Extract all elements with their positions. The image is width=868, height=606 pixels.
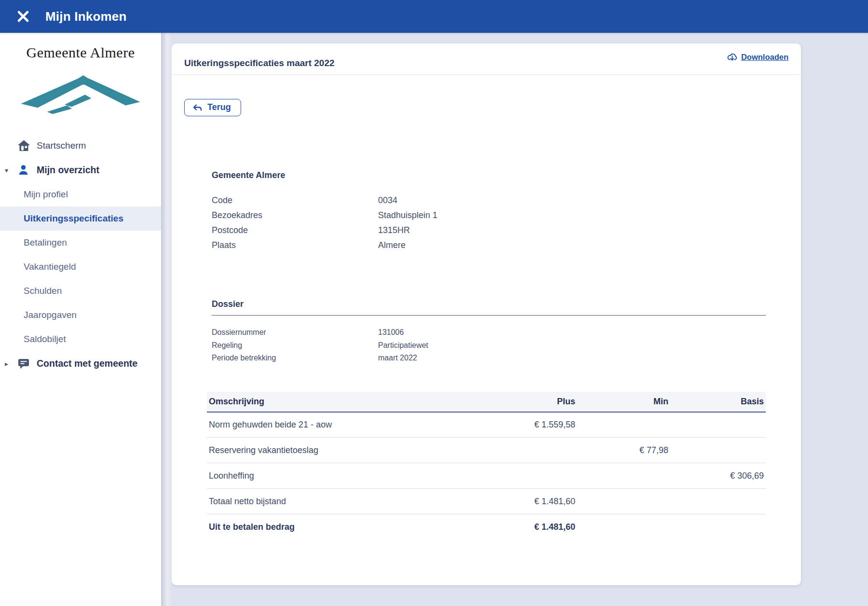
sidebar-item-schulden[interactable]: Schulden — [0, 279, 161, 303]
sidebar-item-jaaropgaven[interactable]: Jaaropgaven — [0, 303, 161, 327]
sidebar-item-mijn-profiel[interactable]: Mijn profiel — [0, 182, 161, 207]
person-icon — [17, 164, 37, 176]
detail-row: Dossiernummer 131006 — [212, 326, 766, 339]
back-arrow-icon — [192, 103, 203, 112]
row-label: Reservering vakantietoeslag — [207, 438, 483, 463]
row-plus: € 1.481,60 — [483, 489, 577, 514]
page-title: Uitkeringsspecificaties maart 2022 — [184, 58, 335, 69]
download-link[interactable]: Downloaden — [727, 52, 788, 62]
back-button-label: Terug — [207, 102, 231, 112]
detail-row: Regeling Participatiewet — [212, 339, 766, 352]
row-label: Norm gehuwden beide 21 - aow — [207, 412, 483, 438]
row-basis — [670, 412, 766, 438]
table-row: Loonheffing € 306,69 — [207, 463, 766, 489]
home-icon — [17, 139, 37, 152]
table-row-total: Uit te betalen bedrag € 1.481,60 — [207, 514, 766, 540]
detail-value: Stadhuisplein 1 — [378, 208, 437, 223]
specification-report: Gemeente Almere Code 0034 Bezoekadres St… — [184, 170, 788, 540]
topbar: Mijn Inkomen — [0, 0, 868, 33]
main-area: Uitkeringsspecificaties maart 2022 Downl… — [172, 33, 868, 606]
detail-label: Dossiernummer — [212, 326, 378, 339]
row-plus: € 1.559,58 — [483, 412, 577, 438]
detail-row: Bezoekadres Stadhuisplein 1 — [212, 208, 766, 223]
detail-label: Plaats — [212, 238, 378, 253]
sidebar-item-vakantiegeld[interactable]: Vakantiegeld — [0, 255, 161, 279]
sidebar-item-startscherm[interactable]: Startscherm — [0, 133, 161, 158]
row-min — [577, 514, 670, 540]
sidebar-item-betalingen[interactable]: Betalingen — [0, 231, 161, 255]
sidebar-item-label: Startscherm — [37, 140, 86, 151]
detail-value: 131006 — [378, 326, 404, 339]
detail-label: Bezoekadres — [212, 208, 378, 223]
sidebar-item-mijn-overzicht[interactable]: ▾ Mijn overzicht — [0, 158, 161, 182]
row-basis — [670, 438, 766, 463]
detail-row: Plaats Almere — [212, 238, 766, 253]
sidebar-nav: Startscherm ▾ Mijn overzicht Mijn profie… — [0, 133, 161, 376]
detail-label: Code — [212, 193, 378, 208]
row-min — [577, 463, 670, 489]
chat-icon — [17, 358, 37, 370]
detail-label: Postcode — [212, 223, 378, 238]
sidebar-item-label: Uitkeringsspecificaties — [24, 213, 123, 224]
chevron-right-icon[interactable]: ▸ — [5, 360, 17, 368]
detail-value: 0034 — [378, 193, 397, 208]
row-basis — [670, 514, 766, 540]
detail-label: Regeling — [212, 339, 378, 352]
card-body: Terug Gemeente Almere Code 0034 Bezoekad… — [172, 75, 801, 540]
column-header-min: Min — [577, 392, 670, 412]
sidebar-item-label: Contact met gemeente — [37, 358, 137, 369]
row-plus — [483, 463, 577, 489]
row-basis: € 306,69 — [670, 463, 766, 489]
dossier-rows: Dossiernummer 131006 Regeling Participat… — [212, 326, 766, 365]
logo-text: Gemeente Almere — [0, 44, 161, 61]
row-label: Totaal netto bijstand — [207, 489, 483, 514]
row-min — [577, 412, 670, 438]
dossier-section: Dossier Dossiernummer 131006 Regeling Pa… — [207, 299, 766, 365]
dossier-section-heading: Dossier — [212, 299, 766, 316]
table-row: Norm gehuwden beide 21 - aow € 1.559,58 — [207, 412, 766, 438]
back-button[interactable]: Terug — [184, 99, 241, 116]
sidebar-item-label: Betalingen — [24, 237, 67, 248]
table-header-row: Omschrijving Plus Min Basis — [207, 392, 766, 412]
detail-value: Almere — [378, 238, 406, 253]
row-basis — [670, 489, 766, 514]
row-min: € 77,98 — [577, 438, 670, 463]
detail-value: Participatiewet — [378, 339, 428, 352]
detail-value: maart 2022 — [378, 352, 417, 365]
table-row: Reservering vakantietoeslag € 77,98 — [207, 438, 766, 463]
sidebar-item-uitkeringsspecificaties[interactable]: Uitkeringsspecificaties — [0, 207, 161, 231]
row-label: Loonheffing — [207, 463, 483, 489]
row-plus — [483, 438, 577, 463]
app-title: Mijn Inkomen — [45, 9, 127, 24]
download-label: Downloaden — [741, 53, 788, 62]
column-header-plus: Plus — [483, 392, 577, 412]
sidebar-item-label: Mijn profiel — [24, 189, 68, 200]
gemeente-section: Gemeente Almere Code 0034 Bezoekadres St… — [207, 170, 766, 253]
sidebar-item-label: Mijn overzicht — [37, 165, 99, 176]
chevron-down-icon[interactable]: ▾ — [5, 166, 17, 174]
detail-row: Postcode 1315HR — [212, 223, 766, 238]
table-row: Totaal netto bijstand € 1.481,60 — [207, 489, 766, 514]
sidebar-item-saldobiljet[interactable]: Saldobiljet — [0, 327, 161, 351]
sidebar-item-label: Vakantiegeld — [24, 262, 76, 272]
specification-table: Omschrijving Plus Min Basis Norm gehuwde… — [207, 392, 766, 540]
row-plus: € 1.481,60 — [483, 514, 577, 540]
column-header-basis: Basis — [670, 392, 766, 412]
logo-swoosh-icon — [17, 64, 144, 114]
gemeente-almere-logo: Gemeente Almere — [0, 33, 161, 114]
download-icon — [727, 52, 738, 62]
scrollbar[interactable] — [161, 33, 172, 606]
detail-label: Periode betrekking — [212, 352, 378, 365]
sidebar: Gemeente Almere — [0, 33, 161, 606]
detail-row: Code 0034 — [212, 193, 766, 208]
column-header-omschrijving: Omschrijving — [207, 392, 483, 412]
card-header: Uitkeringsspecificaties maart 2022 Downl… — [172, 43, 801, 75]
close-button[interactable] — [14, 7, 33, 26]
sidebar-item-label: Schulden — [24, 286, 62, 296]
sidebar-item-contact-met-gemeente[interactable]: ▸ Contact met gemeente — [0, 351, 161, 376]
sidebar-item-label: Saldobiljet — [24, 334, 66, 344]
row-label: Uit te betalen bedrag — [207, 514, 483, 540]
sidebar-item-label: Jaaropgaven — [24, 310, 77, 320]
detail-value: 1315HR — [378, 223, 410, 238]
close-icon — [15, 9, 31, 24]
